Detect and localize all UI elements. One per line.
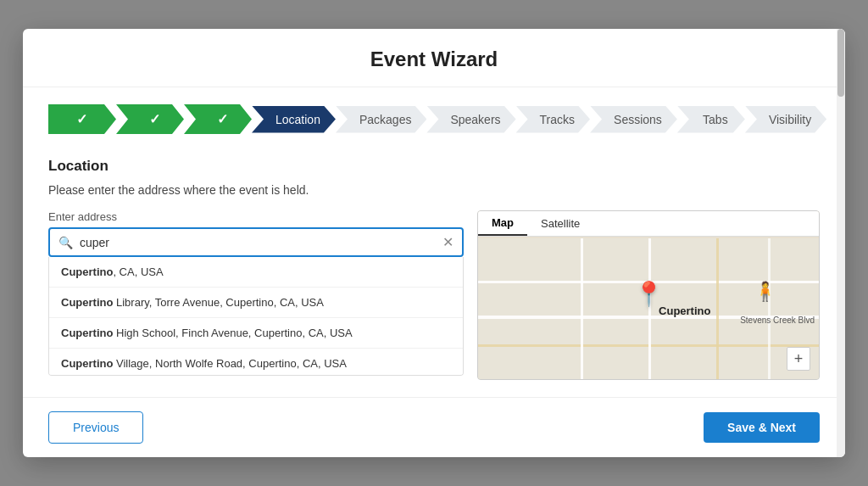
dropdown-highlight-0: Cupertino xyxy=(61,265,113,278)
check-icon-3: ✓ xyxy=(217,111,228,127)
previous-button[interactable]: Previous xyxy=(48,411,143,444)
map-background: 📍 Cupertino Stevens Creek Blvd 🧍 + xyxy=(478,238,819,379)
address-dropdown: Cupertino, CA, USA Cupertino Library, To… xyxy=(48,257,464,376)
check-icon-2: ✓ xyxy=(149,111,160,127)
modal-footer: Previous Save & Next xyxy=(23,397,845,457)
step-1[interactable]: ✓ xyxy=(48,104,116,134)
step-packages[interactable]: Packages xyxy=(336,106,426,133)
step-label-visibility: Visibility xyxy=(769,113,811,126)
step-pill-visibility[interactable]: Visibility xyxy=(745,106,826,133)
step-label-packages: Packages xyxy=(359,113,411,126)
dropdown-highlight-3: Cupertino xyxy=(61,357,113,370)
modal-title: Event Wizard xyxy=(23,47,845,71)
dropdown-suffix-1: Library, Torre Avenue, Cupertino, CA, US… xyxy=(113,296,324,309)
step-pill-1[interactable]: ✓ xyxy=(48,104,116,134)
dropdown-suffix-2: High School, Finch Avenue, Cupertino, CA… xyxy=(113,327,352,339)
zoom-in-button[interactable]: + xyxy=(787,347,810,371)
modal-overlay: Event Wizard ✓ ✓ xyxy=(0,0,868,486)
dropdown-suffix-3: Village, North Wolfe Road, Cupertino, CA… xyxy=(113,357,347,370)
map-controls: + xyxy=(787,347,810,371)
map-marker: 📍 xyxy=(634,282,664,306)
dropdown-highlight-1: Cupertino xyxy=(61,296,113,309)
step-label-sessions: Sessions xyxy=(614,113,662,126)
left-panel: Enter address 🔍 ✕ Cupertino, CA, USA Cup… xyxy=(48,210,464,380)
step-pill-3[interactable]: ✓ xyxy=(184,104,252,134)
dropdown-highlight-2: Cupertino xyxy=(61,327,113,339)
step-tracks[interactable]: Tracks xyxy=(516,106,590,133)
dropdown-item-2[interactable]: Cupertino High School, Finch Avenue, Cup… xyxy=(49,318,463,349)
map-tab-map[interactable]: Map xyxy=(478,211,527,236)
search-input-wrapper[interactable]: 🔍 ✕ xyxy=(48,227,464,257)
section-description: Please enter the address where the event… xyxy=(48,183,820,197)
step-pill-2[interactable]: ✓ xyxy=(116,104,184,134)
step-visibility[interactable]: Visibility xyxy=(745,106,826,133)
step-pill-packages[interactable]: Packages xyxy=(336,106,426,133)
modal-body: ✓ ✓ ✓ Location xyxy=(23,87,845,397)
step-3[interactable]: ✓ xyxy=(184,104,252,134)
step-pill-speakers[interactable]: Speakers xyxy=(426,106,515,133)
address-input-label: Enter address xyxy=(48,210,464,223)
step-label-speakers: Speakers xyxy=(450,113,500,126)
map-tabs: Map Satellite xyxy=(478,211,819,237)
step-speakers[interactable]: Speakers xyxy=(426,106,515,133)
step-location[interactable]: Location xyxy=(252,106,336,133)
scrollbar-track[interactable] xyxy=(837,29,845,457)
step-label-location: Location xyxy=(275,113,320,126)
event-wizard-modal: Event Wizard ✓ ✓ xyxy=(23,29,845,457)
search-icon: 🔍 xyxy=(58,236,73,249)
step-pill-tracks[interactable]: Tracks xyxy=(516,106,590,133)
save-next-button[interactable]: Save & Next xyxy=(704,412,820,443)
clear-icon[interactable]: ✕ xyxy=(442,234,453,250)
right-panel: Map Satellite xyxy=(477,210,820,380)
map-tab-satellite[interactable]: Satellite xyxy=(527,211,593,236)
scrollbar-thumb[interactable] xyxy=(837,29,844,97)
step-pill-location[interactable]: Location xyxy=(252,106,336,133)
modal-header: Event Wizard xyxy=(23,29,845,87)
wizard-steps: ✓ ✓ ✓ Location xyxy=(48,104,820,134)
step-sessions[interactable]: Sessions xyxy=(590,106,677,133)
dropdown-item-3[interactable]: Cupertino Village, North Wolfe Road, Cup… xyxy=(49,349,463,376)
step-pill-sessions[interactable]: Sessions xyxy=(590,106,677,133)
section-title: Location xyxy=(48,158,820,175)
map-street-label: Stevens Creek Blvd xyxy=(740,316,815,325)
map-container: Map Satellite xyxy=(477,210,820,380)
dropdown-item-0[interactable]: Cupertino, CA, USA xyxy=(49,257,463,288)
map-city-label: Cupertino xyxy=(659,304,710,317)
address-search-input[interactable] xyxy=(80,236,436,249)
step-tabs[interactable]: Tabs xyxy=(677,106,745,133)
step-label-tracks: Tracks xyxy=(540,113,575,126)
step-label-tabs: Tabs xyxy=(703,113,728,126)
step-pill-tabs[interactable]: Tabs xyxy=(677,106,745,133)
dropdown-item-1[interactable]: Cupertino Library, Torre Avenue, Cuperti… xyxy=(49,288,463,318)
dropdown-suffix-0: , CA, USA xyxy=(113,265,163,278)
map-person-icon: 🧍 xyxy=(754,281,776,303)
check-icon-1: ✓ xyxy=(76,111,87,127)
step-2[interactable]: ✓ xyxy=(116,104,184,134)
content-row: Enter address 🔍 ✕ Cupertino, CA, USA Cup… xyxy=(48,210,820,380)
